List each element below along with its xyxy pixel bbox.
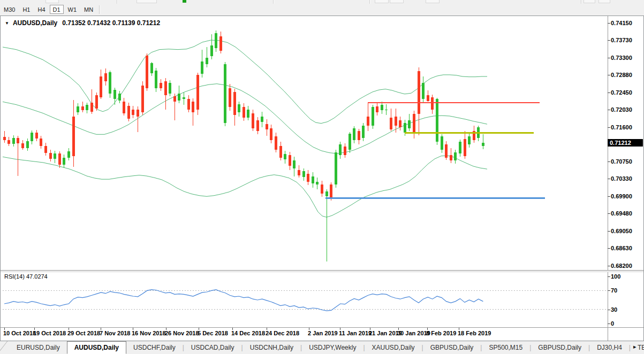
candle-body <box>284 154 286 159</box>
candle-body <box>275 136 277 150</box>
candle-body <box>358 131 360 140</box>
chart-tab-xauusd-daily[interactable]: XAUUSD,Daily <box>365 342 422 354</box>
price-chart-canvas[interactable] <box>3 16 608 327</box>
timeframe-button-d1[interactable]: D1 <box>50 5 64 14</box>
candle-body <box>137 110 139 117</box>
date-tick-label: 14 Dec 2018 <box>231 330 265 336</box>
date-tick-label: 24 Dec 2018 <box>266 330 299 336</box>
timeframe-button-w1[interactable]: W1 <box>65 5 80 14</box>
toolbar-button-partial[interactable] <box>598 0 610 3</box>
rsi-tick-label: 0 <box>611 320 642 327</box>
candle-body <box>17 138 19 143</box>
price-tick-label: 0.68200 <box>611 263 642 269</box>
toolbar-strip <box>0 0 644 4</box>
rsi-tick <box>608 290 610 291</box>
candle-body <box>427 95 429 101</box>
toolbar-button-partial[interactable] <box>584 0 595 3</box>
chart-tab-sp500-m15[interactable]: SP500,M15 <box>482 342 529 354</box>
date-tick-label: 8 Feb 2019 <box>426 330 456 336</box>
candle-body <box>26 141 29 148</box>
candle-body <box>339 144 342 156</box>
current-price-badge: 0.71212 <box>608 139 643 147</box>
price-tick <box>608 266 610 266</box>
candle-body <box>404 123 406 133</box>
timeframe-button-h1[interactable]: H1 <box>19 5 33 14</box>
rsi-tick-label: 70 <box>611 287 642 294</box>
price-tick <box>608 58 610 58</box>
candle-body <box>243 107 245 118</box>
timeframe-button-h4[interactable]: H4 <box>34 5 48 14</box>
date-tick-label: 2 Jan 2019 <box>308 330 338 336</box>
candle-body <box>40 138 42 147</box>
chart-tab-dj30-h4[interactable]: DJ30,H4 <box>590 342 629 354</box>
candle-body <box>482 143 484 146</box>
candle-body <box>21 143 24 148</box>
date-tick-label: 7 Nov 2018 <box>100 330 130 336</box>
price-tick <box>608 23 610 24</box>
chart-tab-usdjpy-weekly[interactable]: USDJPY,Weekly <box>302 342 363 354</box>
candle-body <box>298 170 300 175</box>
date-tick-label: 19 Oct 2018 <box>33 330 66 336</box>
candle-body <box>431 97 434 110</box>
toolbar-button-partial[interactable] <box>137 0 157 3</box>
toolbar-button-partial[interactable] <box>375 0 389 3</box>
date-tick-label: 29 Oct 2018 <box>67 330 100 336</box>
candle-body <box>123 102 125 113</box>
candle-body <box>192 102 194 112</box>
candle-body <box>399 120 401 128</box>
date-tick-label: 16 Nov 2018 <box>132 330 166 336</box>
candle-body <box>219 36 222 51</box>
price-tick <box>608 179 610 179</box>
buy-icon[interactable] <box>183 0 186 3</box>
candle-body <box>335 152 337 184</box>
toolbar-button-partial[interactable] <box>46 0 59 3</box>
candle-body <box>3 137 6 140</box>
candle-body <box>422 83 425 99</box>
price-tick <box>608 161 610 162</box>
candle-body <box>289 155 291 166</box>
price-tick <box>608 231 610 232</box>
candle-body <box>252 113 254 128</box>
chart-tab-tech100[interactable]: TECH100, <box>631 342 644 354</box>
candle-body <box>266 124 268 129</box>
toolbar-button-partial[interactable] <box>390 0 404 3</box>
candle-body <box>12 138 15 144</box>
date-tick-label: 5 Dec 2018 <box>198 330 228 336</box>
candle-body <box>196 75 199 110</box>
toolbar-separator <box>273 0 274 4</box>
candle-body <box>7 140 10 144</box>
chart-tab-usdcad-daily[interactable]: USDCAD,Daily <box>184 342 241 354</box>
rsi-tick-label: 30 <box>611 306 642 313</box>
tab-scroll-left-icon[interactable]: ◂ <box>617 343 620 350</box>
candle-body <box>54 153 56 159</box>
candle-body <box>35 133 38 138</box>
date-tick-label: 26 Nov 2018 <box>165 330 199 336</box>
candle-body <box>183 97 185 99</box>
candle-body <box>224 64 226 123</box>
chart-tab-usdcnh-daily[interactable]: USDCNH,Daily <box>243 342 300 354</box>
chart-tab-gbpusd-daily[interactable]: GBPUSD,Daily <box>531 342 588 354</box>
candle-body <box>109 72 111 94</box>
timeframe-button-m30[interactable]: M30 <box>1 5 18 14</box>
chart-tab-eurusd-daily[interactable]: EURUSD,Daily <box>10 342 67 354</box>
pane-splitter[interactable] <box>1 270 643 272</box>
candle-body <box>90 103 93 112</box>
toolbar-separator <box>117 0 118 4</box>
chart-tab-audusd-daily[interactable]: AUDUSD,Daily <box>67 341 126 354</box>
chart-tab-usdchf-daily[interactable]: USDCHF,Daily <box>126 342 183 354</box>
timeframe-button-mn[interactable]: MN <box>81 5 96 14</box>
chart-tab-gbpusd-daily[interactable]: GBPUSD,Daily <box>423 342 481 354</box>
candle-body <box>44 146 47 153</box>
candle-body <box>362 126 365 138</box>
toolbar-button-partial[interactable] <box>426 0 440 3</box>
date-tick-label: 10 Oct 2018 <box>3 330 36 336</box>
symbol-dropdown-icon[interactable]: ▼ <box>5 21 9 26</box>
candle-body <box>100 76 102 97</box>
candle-body <box>146 56 148 88</box>
candle-body <box>376 106 378 112</box>
candle-body <box>201 61 203 74</box>
candle-body <box>256 120 259 132</box>
tab-scroll-right-icon[interactable]: ▸ <box>633 343 637 350</box>
candle-body <box>141 86 144 112</box>
price-tick-label: 0.74150 <box>611 20 642 26</box>
